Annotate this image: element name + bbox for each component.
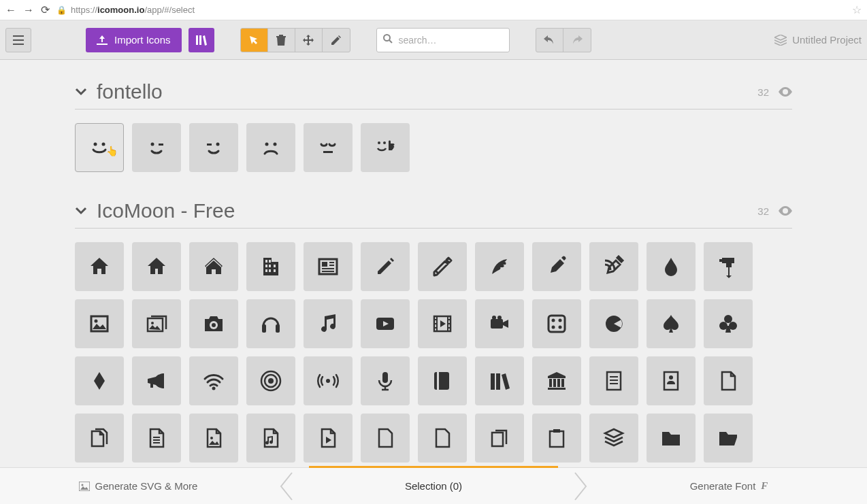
url-bar[interactable]: 🔒 https://icomoon.io/app/#/select [56,5,845,15]
app-toolbar: Import Icons Untitle [0,20,867,60]
trash-icon [276,35,286,46]
back-icon[interactable]: ← [5,4,16,16]
browser-chrome: ← → ⟳ 🔒 https://icomoon.io/app/#/select … [0,0,867,20]
menu-button[interactable] [5,28,31,52]
svg-point-0 [384,35,390,41]
redo-button[interactable] [563,29,591,52]
import-icons-button[interactable]: Import Icons [86,28,182,52]
edit-mode-button[interactable] [323,29,350,52]
search-icon [383,34,393,46]
project-switcher[interactable]: Untitled Project [774,34,862,46]
forward-icon[interactable]: → [23,4,34,16]
bookmark-star-icon[interactable]: ☆ [852,3,862,16]
pencil-icon [331,35,341,45]
pointer-icon [248,35,259,46]
undo-icon [544,35,555,45]
select-mode-button[interactable] [241,29,268,52]
search-wrap [376,28,510,52]
layers-icon [774,35,787,46]
move-icon [303,35,314,46]
history-toolbar [536,28,591,52]
lock-icon: 🔒 [56,5,67,15]
undo-button[interactable] [536,29,563,52]
move-mode-button[interactable] [295,29,323,52]
search-input[interactable] [376,28,510,52]
redo-icon [572,35,583,45]
mode-toolbar [240,28,350,52]
reload-icon[interactable]: ⟳ [41,3,50,16]
import-icon [97,35,108,45]
hamburger-icon [13,35,24,45]
library-button[interactable] [189,28,214,52]
delete-mode-button[interactable] [268,29,295,52]
library-icon [195,35,208,46]
